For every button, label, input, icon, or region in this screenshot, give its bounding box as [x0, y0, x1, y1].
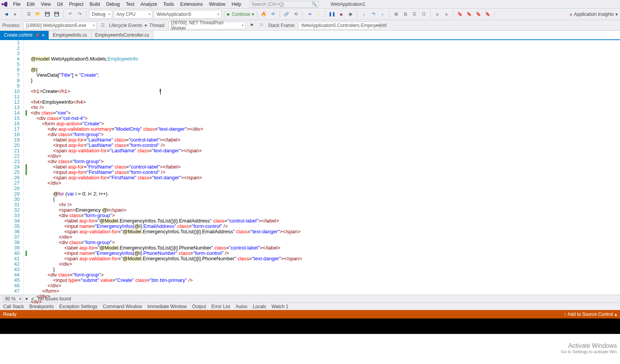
tool-b-icon[interactable]: ⊟ — [401, 10, 409, 18]
menu-help[interactable]: Help — [229, 1, 244, 8]
app-insights-button[interactable]: Application Insights ▾ — [569, 12, 618, 17]
lifecycle-label[interactable]: Lifecycle Events — [109, 23, 143, 28]
save-icon[interactable]: 💾 — [44, 10, 51, 18]
windows-taskbar[interactable] — [0, 318, 620, 334]
outdent-icon[interactable]: ≡ — [443, 10, 450, 18]
menu-file[interactable]: File — [10, 1, 24, 8]
restart-icon[interactable]: ⟳ — [269, 10, 277, 18]
save-all-icon[interactable]: 💾 — [53, 10, 61, 18]
code-editor[interactable]: 1234567891011121314151617181920212223242… — [0, 40, 620, 295]
add-source-control[interactable]: ↑ Add to Source Control ▴ — [564, 312, 617, 317]
menu-bar: FileEditViewGitProjectBuildDebugTestAnal… — [0, 0, 620, 8]
redo-icon[interactable]: ↷ — [76, 10, 83, 18]
step-out-icon[interactable]: ↑ — [379, 10, 386, 18]
menu-build[interactable]: Build — [87, 1, 103, 8]
menu-window[interactable]: Window — [206, 1, 229, 8]
nav-fwd-icon[interactable]: ▸ — [12, 10, 19, 18]
thread-combo[interactable]: [26700] .NET ThreadPool Worker — [168, 22, 246, 29]
code-area[interactable]: @model WebApplication5.Models.EmployeeIn… — [29, 40, 620, 295]
menu-extensions[interactable]: Extensions — [177, 1, 206, 8]
flag-icon[interactable]: ⚑ — [248, 22, 256, 29]
tool-a-icon[interactable]: ⊞ — [392, 10, 400, 18]
show-next-icon[interactable]: → — [315, 10, 322, 18]
solution-name: WebApplication1 — [330, 2, 365, 7]
menu-debug[interactable]: Debug — [103, 1, 123, 8]
status-ready: Ready — [3, 312, 17, 317]
bookmark-prev-icon[interactable]: 🔖 — [465, 10, 473, 18]
process-label: Process: — [2, 23, 20, 28]
bookmark-next-icon[interactable]: 🔖 — [475, 10, 482, 18]
menu-project[interactable]: Project — [66, 1, 86, 8]
new-project-icon[interactable]: ☰ — [25, 10, 33, 18]
step-over-icon[interactable]: ↷ — [369, 10, 377, 18]
step-into-icon[interactable]: ↓ — [360, 10, 368, 18]
continue-button[interactable]: Continue ▾ — [227, 12, 254, 17]
standard-toolbar: ◀ ▸ ☰ 📂 💾 💾 ↶ ↷ Debug Any CPU WebApplica… — [0, 8, 620, 20]
search-placeholder: Search (Ctrl+Q) — [251, 2, 284, 7]
pane-call-stack[interactable]: Call Stack — [3, 304, 24, 309]
platform-combo[interactable]: Any CPU — [114, 10, 152, 19]
stop-icon[interactable]: ■ — [337, 10, 345, 18]
record-icon[interactable]: ◉ — [347, 10, 354, 18]
undo-icon[interactable]: ↶ — [66, 10, 74, 18]
status-bar: Ready ↑ Add to Source Control ▴ — [0, 310, 620, 318]
menu-view[interactable]: View — [38, 1, 54, 8]
open-icon[interactable]: 📂 — [34, 10, 42, 18]
search-box[interactable]: Search (Ctrl+Q) 🔍 — [249, 1, 319, 8]
nav-back-icon[interactable]: ◀ — [2, 10, 10, 18]
menu-edit[interactable]: Edit — [24, 1, 38, 8]
tab-employeeinfo-cs[interactable]: EmployeeInfo.cs — [49, 31, 91, 39]
document-tabs: Create.cshtml📌✕EmployeeInfo.csEmployeeIn… — [0, 31, 620, 40]
line-number-gutter: 1234567891011121314151617181920212223242… — [0, 40, 24, 295]
menu-test[interactable]: Test — [123, 1, 138, 8]
modification-bar — [24, 40, 29, 295]
vs-logo-icon — [2, 1, 8, 7]
browser-link-icon[interactable]: 🔗 — [283, 10, 290, 18]
stack-label: Stack Frame: — [268, 23, 295, 28]
hot-reload-icon[interactable]: 🔥 — [260, 10, 268, 18]
bookmark-clear-icon[interactable]: 🔖 — [484, 10, 492, 18]
bookmark-icon[interactable]: 🔖 — [456, 10, 464, 18]
text-cursor — [160, 89, 161, 95]
zoom-combo[interactable]: 90 % — [3, 296, 22, 302]
config-combo[interactable]: Debug — [89, 10, 112, 19]
tab-employeeinfocontroller-cs[interactable]: EmployeeInfoController.cs — [91, 31, 153, 39]
menu-tools[interactable]: Tools — [160, 1, 177, 8]
menu-analyze[interactable]: Analyze — [138, 1, 160, 8]
startup-combo[interactable]: WebApplication5 — [154, 10, 221, 19]
search-icon: 🔍 — [312, 2, 317, 7]
close-icon[interactable]: ✕ — [42, 33, 45, 37]
activate-windows-watermark: Activate Windows Go to Settings to activ… — [561, 342, 617, 354]
indent-icon[interactable]: ≡ — [433, 10, 441, 18]
refresh-icon[interactable]: ⟲ — [292, 10, 300, 18]
lifecycle-icon[interactable]: ☷ — [99, 22, 107, 29]
pause-icon[interactable]: ❚❚ — [328, 10, 336, 18]
process-combo[interactable]: [18900] WebApplication5.exe — [24, 22, 97, 29]
tab-create-cshtml[interactable]: Create.cshtml📌✕ — [0, 31, 49, 39]
stack-combo[interactable]: WebApplication5.Controllers.EmployeeInf — [298, 22, 379, 29]
thread-label: Thread: — [149, 23, 165, 28]
debug-toolbar: Process: [18900] WebApplication5.exe ☷ L… — [0, 20, 620, 31]
tool-d-icon[interactable]: ☷ — [420, 10, 428, 18]
pin-icon[interactable]: 📌 — [35, 33, 39, 37]
step-next-icon[interactable]: ⇥ — [305, 10, 313, 18]
menu-git[interactable]: Git — [54, 1, 66, 8]
flag2-icon[interactable]: ⚐ — [258, 22, 266, 29]
tool-c-icon[interactable]: ☴ — [411, 10, 418, 18]
